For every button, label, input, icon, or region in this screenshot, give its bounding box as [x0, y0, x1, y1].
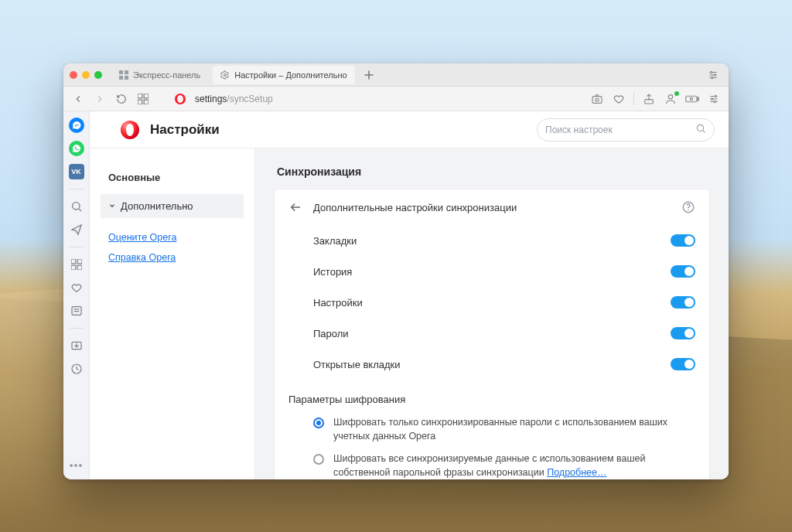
search-icon [695, 123, 706, 137]
svg-point-25 [715, 95, 716, 97]
speed-dial-button[interactable] [136, 92, 150, 106]
new-tab-button[interactable] [360, 66, 378, 84]
svg-point-16 [596, 98, 599, 101]
sync-row-passwords: Пароли [275, 318, 709, 349]
url-path: /syncSetup [227, 94, 272, 104]
svg-rect-31 [77, 259, 82, 264]
forward-button[interactable] [93, 92, 107, 106]
settings-search[interactable] [537, 118, 715, 142]
send-icon[interactable] [69, 222, 84, 237]
tab-speed-dial[interactable]: Экспресс-панель [111, 66, 208, 84]
svg-line-41 [703, 130, 705, 132]
sidebar-item-label: Дополнительно [121, 200, 193, 212]
bookmarks-sidebar-icon[interactable] [69, 280, 84, 295]
news-sidebar-icon[interactable] [69, 303, 84, 319]
back-arrow-button[interactable] [288, 200, 302, 214]
row-label: Пароли [313, 328, 349, 339]
svg-rect-15 [592, 96, 602, 103]
svg-rect-2 [119, 76, 123, 80]
sync-row-settings: Настройки [275, 287, 709, 318]
svg-rect-30 [71, 259, 76, 264]
search-sidebar-icon[interactable] [69, 199, 84, 214]
svg-rect-34 [72, 307, 81, 315]
chevron-down-icon [108, 200, 116, 212]
page: Настройки Основные Дополнительно [90, 111, 729, 479]
battery-saver-button[interactable] [685, 92, 699, 106]
page-title: Настройки [150, 122, 220, 138]
toggle-settings[interactable] [671, 296, 695, 309]
sidebar-link-help[interactable]: Справка Opera [108, 252, 236, 263]
radio-icon [313, 454, 324, 465]
messenger-icon[interactable] [69, 118, 84, 133]
svg-rect-19 [686, 96, 697, 102]
settings-search-input[interactable] [545, 124, 689, 135]
sync-card: Дополнительные настройки синхронизации З… [274, 189, 710, 479]
sidebar-more-button[interactable]: ••• [69, 458, 84, 473]
encryption-option-2[interactable]: Шифровать все синхронизируемые данные с … [275, 448, 709, 479]
toolbar-right [590, 92, 721, 106]
window-controls [70, 71, 102, 79]
svg-point-26 [712, 97, 713, 99]
help-icon[interactable] [681, 200, 695, 214]
page-header: Настройки [90, 111, 729, 148]
svg-point-10 [712, 77, 713, 78]
toggle-tabs[interactable] [671, 358, 695, 370]
speed-dial-sidebar-icon[interactable] [69, 257, 84, 272]
extensions-button[interactable] [707, 92, 721, 106]
sidebar-item-basic[interactable]: Основные [101, 165, 244, 189]
row-label: Закладки [313, 235, 357, 247]
snapshot-button[interactable] [590, 92, 604, 106]
svg-point-28 [72, 203, 79, 210]
radio-icon [313, 418, 324, 428]
reload-button[interactable] [114, 92, 128, 106]
history-sidebar-icon[interactable] [69, 361, 84, 377]
toggle-bookmarks[interactable] [671, 234, 695, 247]
svg-rect-0 [119, 70, 123, 74]
bookmark-heart-button[interactable] [612, 92, 626, 106]
encryption-option-1[interactable]: Шифровать только синхронизированные паро… [275, 411, 709, 448]
back-button[interactable] [71, 92, 85, 106]
easy-setup-button[interactable] [704, 66, 722, 84]
svg-point-8 [711, 71, 712, 73]
svg-rect-32 [71, 265, 76, 270]
radio-label: Шифровать все синхронизируемые данные с … [333, 452, 695, 479]
sidebar-item-advanced[interactable]: Дополнительно [101, 194, 244, 218]
toggle-history[interactable] [671, 265, 695, 278]
sidebar-link-rate[interactable]: Оцените Opera [108, 232, 236, 243]
url-field[interactable]: settings/syncSetup [195, 94, 582, 104]
gear-icon [220, 70, 230, 80]
vk-icon[interactable]: VK [69, 164, 84, 179]
profile-button[interactable] [664, 92, 678, 106]
row-label: Настройки [313, 297, 363, 309]
encryption-title: Параметры шифрования [275, 380, 709, 411]
close-window-button[interactable] [70, 71, 77, 79]
share-button[interactable] [642, 92, 656, 106]
minimize-window-button[interactable] [82, 71, 90, 79]
svg-rect-1 [125, 70, 128, 74]
whatsapp-icon[interactable] [69, 141, 84, 156]
sync-card-header: Дополнительные настройки синхронизации [275, 189, 709, 225]
left-rail: VK •• [63, 111, 90, 479]
svg-rect-14 [144, 100, 148, 104]
maximize-window-button[interactable] [94, 71, 102, 79]
settings-sidebar: Основные Дополнительно Оцените Opera Спр… [90, 148, 255, 479]
settings-main: Синхронизация Дополнительные настройки с… [255, 148, 729, 479]
sync-row-history: История [275, 256, 709, 287]
sync-row-bookmarks: Закладки [275, 225, 709, 256]
tab-strip: Экспресс-панель Настройки – Дополнительн… [63, 63, 729, 87]
toggle-passwords[interactable] [671, 327, 695, 339]
svg-point-40 [697, 124, 703, 131]
svg-rect-11 [138, 94, 142, 98]
opera-logo-icon [121, 121, 139, 139]
svg-rect-3 [125, 76, 128, 80]
url-host: settings [195, 94, 227, 104]
svg-point-4 [224, 73, 227, 76]
tab-settings[interactable]: Настройки – Дополнительно [213, 66, 354, 84]
svg-point-27 [714, 101, 715, 102]
learn-more-link[interactable]: Подробнее… [547, 467, 606, 478]
downloads-sidebar-icon[interactable] [69, 338, 84, 353]
speed-dial-icon [119, 70, 128, 80]
svg-rect-12 [144, 94, 148, 98]
sync-row-tabs: Открытые вкладки [275, 349, 709, 380]
site-identity-icon[interactable] [173, 92, 187, 106]
